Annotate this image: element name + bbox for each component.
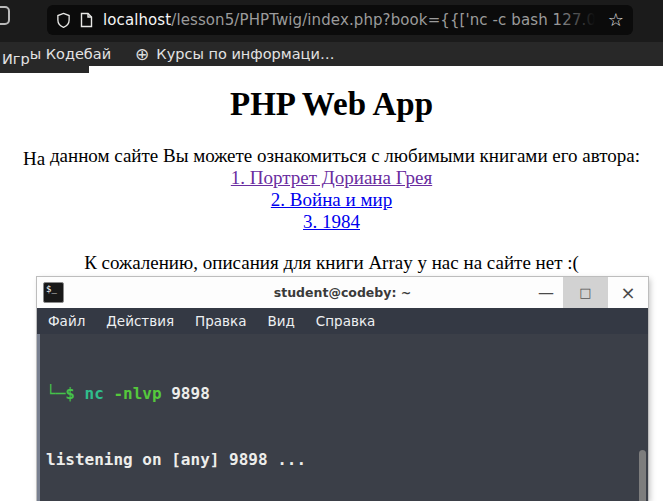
window-controls: — □ × bbox=[529, 277, 648, 308]
menu-actions[interactable]: Действия bbox=[106, 313, 174, 329]
menu-view[interactable]: Вид bbox=[267, 313, 294, 329]
page-title: PHP Web App bbox=[0, 86, 663, 123]
screen: localhost/lesson5/PHPTwig/index.php?book… bbox=[0, 0, 663, 501]
menu-edit[interactable]: Правка bbox=[195, 313, 246, 329]
book-link-2[interactable]: 2. Война и мир bbox=[0, 189, 663, 211]
book-link-1[interactable]: 1. Портрет Дориана Грея bbox=[0, 167, 663, 189]
close-button[interactable]: × bbox=[608, 277, 648, 308]
terminal-line: listening on [any] 9898 ... bbox=[46, 449, 648, 471]
bookmark-star-icon[interactable]: ☆ bbox=[608, 11, 624, 29]
globe-icon: ⊕ bbox=[135, 46, 149, 63]
browser-nav-bar: localhost/lesson5/PHPTwig/index.php?book… bbox=[0, 0, 663, 42]
terminal-scrollbar-thumb[interactable] bbox=[639, 450, 646, 501]
url-domain: localhost bbox=[103, 11, 171, 29]
url-bar[interactable]: localhost/lesson5/PHPTwig/index.php?book… bbox=[47, 5, 633, 35]
page-icon[interactable] bbox=[80, 12, 93, 28]
intro-rest: данном сайте Вы можете ознакомиться с лю… bbox=[45, 145, 640, 166]
menu-file[interactable]: Файл bbox=[48, 313, 85, 329]
bookmark-label-clipped: Игр bbox=[2, 51, 30, 67]
terminal-titlebar[interactable]: $_ student@codeby: ~ — □ × bbox=[37, 277, 648, 308]
extension-icon[interactable] bbox=[0, 6, 10, 25]
prompt-args: -nlvp bbox=[113, 384, 171, 403]
prompt-command: nc bbox=[85, 384, 114, 403]
terminal-output-area[interactable]: └─$ nc -nlvp 9898 listening on [any] 989… bbox=[37, 334, 648, 501]
terminal-app-icon: $_ bbox=[43, 282, 64, 303]
missing-description-text: К сожалению, описания для книги Array у … bbox=[0, 252, 663, 274]
bookmark-label-rest: ы Кодебай bbox=[30, 46, 111, 62]
prompt-symbol: └─$ bbox=[46, 384, 85, 403]
address-text: localhost/lesson5/PHPTwig/index.php?book… bbox=[103, 11, 602, 29]
bookmarks-bar: Игр ы Кодебай ⊕ Курсы по информаци… bbox=[0, 42, 663, 66]
terminal-window: $_ student@codeby: ~ — □ × Файл Действия… bbox=[37, 277, 648, 501]
bookmark-item-kodebay[interactable]: Игр ы Кодебай bbox=[2, 46, 111, 62]
terminal-menubar: Файл Действия Правка Вид Справка bbox=[37, 308, 648, 334]
page-content: PHP Web App На данном сайте Вы можете оз… bbox=[0, 66, 663, 274]
book-link-3[interactable]: 3. 1984 bbox=[0, 211, 663, 233]
bookmark-item-courses[interactable]: Курсы по информаци… bbox=[156, 46, 334, 62]
minimize-button[interactable]: — bbox=[529, 277, 563, 308]
terminal-prompt-line: └─$ nc -nlvp 9898 bbox=[46, 383, 648, 405]
prompt-value: 9898 bbox=[171, 384, 210, 403]
maximize-button[interactable]: □ bbox=[563, 277, 608, 308]
intro-block: На данном сайте Вы можете ознакомиться с… bbox=[0, 145, 663, 233]
intro-text: На данном сайте Вы можете ознакомиться с… bbox=[0, 145, 663, 167]
menu-help[interactable]: Справка bbox=[316, 313, 375, 329]
url-path: /lesson5/PHPTwig/index.php?book={{['nc -… bbox=[171, 11, 602, 29]
url-fade bbox=[556, 11, 602, 29]
intro-lead: На bbox=[23, 148, 45, 169]
shield-icon[interactable] bbox=[56, 12, 71, 29]
